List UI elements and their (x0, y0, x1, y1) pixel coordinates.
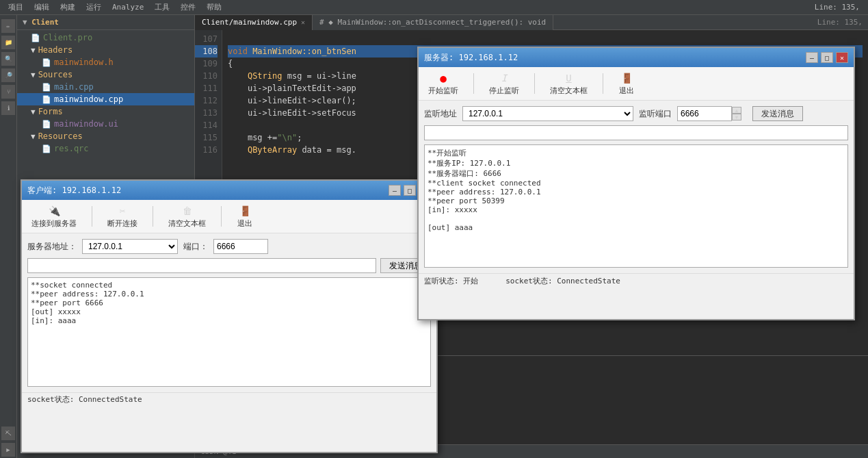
server-log-area[interactable]: **开始监听**服务IP: 127.0.0.1**服务器端口: 6666**cl… (424, 144, 848, 268)
ide-sidebar-icons: ✏ 📁 🔍 🔎 ⑂ ℹ ⛏ ▶ (0, 15, 17, 458)
tree-item-forms[interactable]: ▼ Forms (17, 105, 194, 118)
tree-item-mainwindow-h[interactable]: 📄 mainwindow.h (17, 56, 194, 68)
exit-icon: 🚪 (237, 204, 253, 218)
editor-tab-mainwindow[interactable]: Client/mainwindow.cpp ✕ (195, 15, 313, 30)
line-col-indicator: Line: 135, (812, 18, 868, 27)
tree-item-headers[interactable]: ▼ Headers (17, 44, 194, 56)
mainwindow-h-icon: 📄 (42, 58, 51, 67)
headers-folder-icon: ▼ (31, 46, 36, 55)
server-sep-2 (534, 73, 535, 94)
sidebar-icon-git[interactable]: ⑂ (1, 85, 15, 99)
port-input[interactable] (213, 239, 268, 254)
client-status-bar: socket状态: ConnectedState (22, 392, 436, 406)
listen-addr-select[interactable]: 127.0.0.1 (462, 106, 633, 121)
server-exit-btn[interactable]: 🚪 退出 (614, 70, 639, 97)
server-send-text-input[interactable] (424, 125, 848, 140)
port-spin-down[interactable]: ▼ (732, 114, 741, 120)
server-start-btn[interactable]: ● 开始监听 (424, 70, 462, 97)
client-log-area[interactable]: **socket connected**peer address: 127.0.… (27, 277, 431, 387)
server-maximize-btn[interactable]: □ (821, 52, 833, 63)
line-116: 116 (195, 144, 218, 156)
sidebar-icon-project[interactable]: 📁 (1, 36, 15, 49)
client-sep-3 (221, 206, 222, 227)
tree-item-mainwindow-ui[interactable]: 📄 mainwindow.ui (17, 118, 194, 130)
sidebar-icon-debug2[interactable]: ⛏ (1, 427, 15, 440)
client-exit-btn[interactable]: 🚪 退出 (233, 203, 257, 230)
listen-addr-label: 监听地址 (424, 108, 457, 120)
disconnect-icon: ✂ (114, 204, 131, 218)
forms-folder-icon: ▼ (31, 107, 36, 116)
server-exit-label: 退出 (619, 86, 634, 96)
sidebar-icon-search[interactable]: 🔎 (1, 68, 15, 82)
mainwindow-cpp-icon: 📄 (42, 95, 51, 104)
toolbar-item-tools[interactable]: 工具 (149, 2, 175, 12)
toolbar-item-controls[interactable]: 控件 (175, 2, 201, 12)
toolbar-item-edit[interactable]: 编辑 (29, 2, 55, 12)
client-clear-btn[interactable]: 🗑 清空文本框 (164, 203, 210, 230)
listen-port-input[interactable] (677, 106, 732, 121)
port-spin-up[interactable]: ▲ (732, 107, 741, 114)
mainwindow-ui-icon: 📄 (42, 120, 51, 129)
tree-item-sources[interactable]: ▼ Sources (17, 68, 194, 81)
server-clear-icon: U (561, 71, 577, 85)
line-109: 109 (195, 58, 218, 70)
server-sep-1 (473, 73, 474, 94)
file-pro-icon: 📄 (31, 34, 40, 42)
client-minimize-btn[interactable]: — (389, 185, 401, 196)
server-close-btn[interactable]: ✕ (836, 52, 848, 63)
clear-icon: 🗑 (179, 204, 196, 218)
server-clear-btn[interactable]: U 清空文本框 (546, 70, 592, 97)
client-send-input[interactable] (27, 258, 376, 273)
line-112: 112 (195, 94, 218, 107)
server-minimize-btn[interactable]: — (806, 52, 818, 63)
line-110: 110 (195, 70, 218, 82)
server-socket-status: socket状态: ConnectedState (505, 276, 620, 286)
sidebar-icon-info[interactable]: ℹ (1, 101, 15, 115)
sidebar-icon-debug[interactable]: 🔍 (1, 52, 15, 66)
project-root-name: Client (31, 18, 59, 27)
line-115: 115 (195, 131, 218, 144)
client-status-text: socket状态: ConnectedState (27, 394, 142, 405)
tree-item-res-qrc[interactable]: 📄 res.qrc (17, 142, 194, 155)
server-addr-label: 服务器地址： (27, 241, 77, 253)
server-stop-btn[interactable]: I 停止监听 (485, 70, 523, 97)
client-sep-2 (153, 206, 153, 227)
tree-item-main-cpp[interactable]: 📄 main.cpp (17, 81, 194, 93)
server-clear-label: 清空文本框 (550, 86, 588, 96)
line-108: 108 (195, 45, 218, 58)
toolbar-item-help[interactable]: 帮助 (201, 2, 227, 12)
server-addr-input[interactable]: 127.0.0.1 (82, 239, 178, 254)
tree-item-mainwindow-cpp[interactable]: 📄 mainwindow.cpp (17, 93, 194, 105)
client-disconnect-btn[interactable]: ✂ 断开连接 (103, 203, 142, 230)
file-tree-header: ▼ Client (17, 15, 194, 30)
sidebar-icon-play[interactable]: ▶ (1, 443, 15, 457)
resources-folder-icon: ▼ (31, 132, 36, 141)
sidebar-icon-edit[interactable]: ✏ (1, 19, 15, 33)
server-start-label: 开始监听 (428, 86, 458, 96)
resources-folder-label: Resources (38, 131, 83, 141)
connect-icon: 🔌 (46, 204, 62, 218)
editor-tab-mainwindow-close[interactable]: ✕ (301, 18, 305, 26)
editor-tab-function-label: # ◆ MainWindow::on_actDisconnect_trigger… (319, 18, 546, 27)
tree-item-client-pro[interactable]: 📄 Client.pro (17, 31, 194, 44)
editor-tab-function[interactable]: # ◆ MainWindow::on_actDisconnect_trigger… (313, 15, 553, 30)
client-maximize-btn[interactable]: □ (404, 185, 416, 196)
ide-toolbar: 项目 编辑 构建 运行 Analyze 工具 控件 帮助 Line: 135, (0, 0, 868, 15)
forms-folder-label: Forms (38, 107, 63, 116)
toolbar-item-build[interactable]: 构建 (55, 2, 81, 12)
sources-folder-label: Sources (38, 70, 73, 79)
client-connect-btn[interactable]: 🔌 连接到服务器 (27, 203, 81, 230)
server-status-bar: 监听状态: 开始 socket状态: ConnectedState (419, 273, 854, 288)
server-exit-icon: 🚪 (618, 71, 635, 85)
client-toolbar: 🔌 连接到服务器 ✂ 断开连接 🗑 清空文本框 🚪 退出 (22, 200, 436, 233)
mainwindow-cpp-label: mainwindow.cpp (54, 94, 123, 104)
server-send-btn[interactable]: 发送消息 (752, 106, 803, 121)
toolbar-item-run[interactable]: 运行 (81, 2, 107, 12)
client-form-row: 服务器地址： 127.0.0.1 端口： (27, 239, 431, 254)
toolbar-item-analyze[interactable]: Analyze (107, 3, 149, 12)
line-107: 107 (195, 33, 218, 45)
mainwindow-h-label: mainwindow.h (54, 58, 114, 67)
server-send-area-row (424, 125, 848, 140)
tree-item-resources[interactable]: ▼ Resources (17, 130, 194, 142)
toolbar-item-project[interactable]: 项目 (3, 2, 29, 12)
